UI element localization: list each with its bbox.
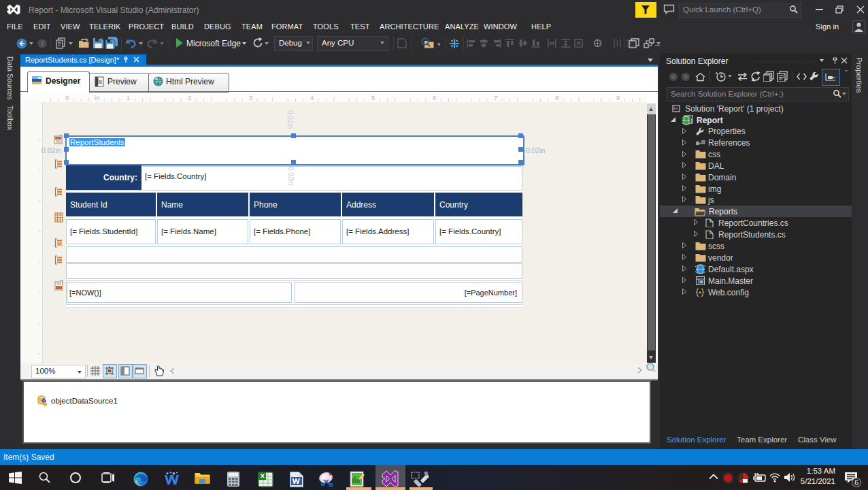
svg-text:in: in — [95, 94, 99, 101]
svg-text:0: 0 — [65, 94, 69, 101]
svg-text:2: 2 — [42, 259, 43, 262]
svg-text:6: 6 — [433, 94, 436, 101]
svg-text:3: 3 — [249, 94, 252, 101]
svg-text:0: 0 — [42, 127, 43, 130]
svg-text:5: 5 — [371, 94, 375, 101]
svg-text:1: 1 — [127, 94, 130, 101]
svg-text:2: 2 — [188, 94, 191, 101]
svg-text:in: in — [42, 193, 43, 198]
svg-text:9: 9 — [616, 94, 620, 101]
svg-text:4: 4 — [310, 94, 314, 101]
svg-text:3: 3 — [42, 321, 43, 325]
svg-text:7: 7 — [494, 94, 497, 101]
svg-text:8: 8 — [555, 94, 558, 101]
svg-text:6: 6 — [854, 478, 858, 487]
svg-text:1: 1 — [42, 216, 43, 220]
